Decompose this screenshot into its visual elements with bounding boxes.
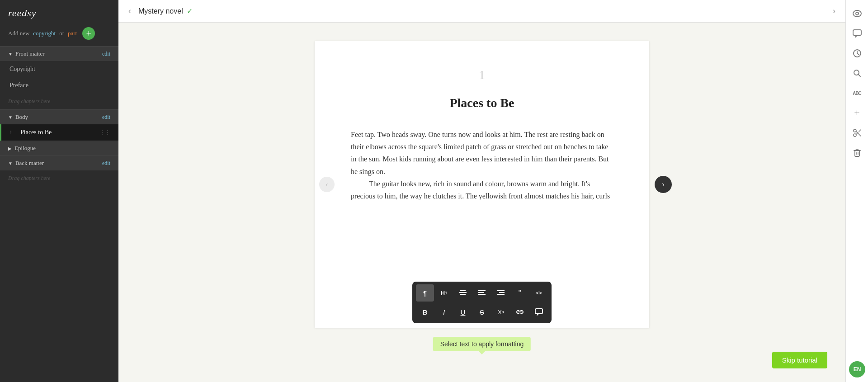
front-matter-label: Front matter xyxy=(15,50,45,57)
sidebar-item-copyright[interactable]: Copyright xyxy=(0,61,118,77)
right-panel: ABC + EN xyxy=(845,0,868,382)
main-content: ‹ Mystery novel ✓ › 1 Places to Be Feet … xyxy=(118,0,845,382)
tb-strikethrough-button[interactable]: S xyxy=(473,303,491,321)
drag-handle[interactable]: ⋮⋮ xyxy=(99,129,110,136)
preview-icon[interactable] xyxy=(848,5,866,23)
topbar: ‹ Mystery novel ✓ › xyxy=(118,0,845,23)
back-matter-label: Back matter xyxy=(15,160,44,167)
add-element-icon[interactable]: + xyxy=(848,104,866,122)
language-badge[interactable]: EN xyxy=(849,361,865,377)
drag-placeholder-front: Drag chapters here xyxy=(0,94,118,109)
tb-link-button[interactable] xyxy=(511,303,529,321)
add-new-section: Add new copyright or part + xyxy=(0,24,118,46)
body-label: Body xyxy=(15,113,28,121)
tb-italic-button[interactable]: I xyxy=(435,303,453,321)
body-chevron: ▼ xyxy=(8,115,13,120)
svg-line-15 xyxy=(858,75,860,77)
back-matter-chevron: ▼ xyxy=(8,161,13,166)
trash-icon[interactable] xyxy=(848,144,866,162)
svg-point-11 xyxy=(856,12,859,15)
tb-align-center-button[interactable] xyxy=(454,284,472,302)
tb-superscript-button[interactable]: Xa xyxy=(492,303,510,321)
sidebar-item-preface[interactable]: Preface xyxy=(0,77,118,94)
chapter-number: 1 xyxy=(9,129,17,136)
tb-paragraph-button[interactable]: ¶ xyxy=(416,284,434,302)
add-chapter-link[interactable]: copyright xyxy=(33,30,56,37)
svg-rect-9 xyxy=(535,309,542,314)
sidebar-item-places-to-be[interactable]: 1 Places to Be ⋮⋮ xyxy=(0,124,118,141)
paragraph-2[interactable]: The guitar looks new, rich in sound and … xyxy=(351,178,613,202)
epilogue-label: Epilogue xyxy=(14,145,36,152)
tb-code-button[interactable]: <> xyxy=(530,284,548,302)
nav-back-button[interactable]: ‹ xyxy=(126,5,134,18)
scissors-icon[interactable] xyxy=(848,124,866,142)
toolbar-row-2: B I U S Xa xyxy=(416,303,548,321)
add-new-text: Add new xyxy=(8,30,29,37)
skip-tutorial-button[interactable]: Skip tutorial xyxy=(772,352,827,368)
editor-area[interactable]: 1 Places to Be Feet tap. Two heads sway.… xyxy=(118,23,845,382)
history-icon[interactable] xyxy=(848,44,866,62)
body-edit[interactable]: edit xyxy=(102,114,110,121)
add-part-link[interactable]: part xyxy=(68,30,77,37)
copyright-label: Copyright xyxy=(9,66,35,73)
chapter-label: Places to Be xyxy=(20,129,52,136)
sidebar: reedsy Add new copyright or part + ▼ Fro… xyxy=(0,0,118,382)
nav-forward-button[interactable]: › xyxy=(830,5,838,18)
preface-label: Preface xyxy=(9,82,28,89)
front-matter-chevron: ▼ xyxy=(8,52,13,57)
epilogue-chevron: ▶ xyxy=(8,146,12,151)
front-matter-header[interactable]: ▼ Front matter edit xyxy=(0,46,118,61)
epilogue-header[interactable]: ▶ Epilogue xyxy=(0,141,118,156)
comments-icon[interactable] xyxy=(848,24,866,42)
tb-comment-button[interactable] xyxy=(530,303,548,321)
tb-blockquote-button[interactable]: " xyxy=(511,284,529,302)
tb-underline-button[interactable]: U xyxy=(454,303,472,321)
svg-point-10 xyxy=(853,10,861,17)
svg-rect-12 xyxy=(853,30,861,35)
page-nav-left-button[interactable]: ‹ xyxy=(319,177,335,192)
toolbar-tooltip: Select text to apply formatting xyxy=(433,337,531,351)
app-logo: reedsy xyxy=(0,0,118,24)
tb-align-left-button[interactable] xyxy=(473,284,491,302)
document-title: Mystery novel ✓ xyxy=(138,7,193,15)
body-text[interactable]: Feet tap. Two heads sway. One turns now … xyxy=(351,128,613,202)
search-icon[interactable] xyxy=(848,64,866,82)
drag-placeholder-back: Drag chapters here xyxy=(0,170,118,186)
formatting-toolbar: ¶ H1 " <> B I U S Xa xyxy=(412,282,552,323)
svg-line-20 xyxy=(859,130,861,132)
underline-word: colour xyxy=(485,180,503,188)
spellcheck-icon[interactable]: ABC xyxy=(848,84,866,102)
tb-align-right-button[interactable] xyxy=(492,284,510,302)
page-number: 1 xyxy=(351,68,613,82)
paragraph-1[interactable]: Feet tap. Two heads sway. One turns now … xyxy=(351,128,613,178)
tb-heading1-button[interactable]: H1 xyxy=(435,284,453,302)
back-matter-header[interactable]: ▼ Back matter edit xyxy=(0,156,118,170)
add-button[interactable]: + xyxy=(82,27,95,40)
tb-bold-button[interactable]: B xyxy=(416,303,434,321)
saved-check-icon: ✓ xyxy=(187,7,193,15)
front-matter-edit[interactable]: edit xyxy=(102,51,110,57)
chapter-title[interactable]: Places to Be xyxy=(351,96,613,110)
body-header[interactable]: ▼ Body edit xyxy=(0,109,118,124)
page-nav-right-button[interactable]: › xyxy=(655,176,672,193)
back-matter-edit[interactable]: edit xyxy=(102,160,110,167)
toolbar-row-1: ¶ H1 " <> xyxy=(416,284,548,302)
title-text: Mystery novel xyxy=(138,7,183,15)
